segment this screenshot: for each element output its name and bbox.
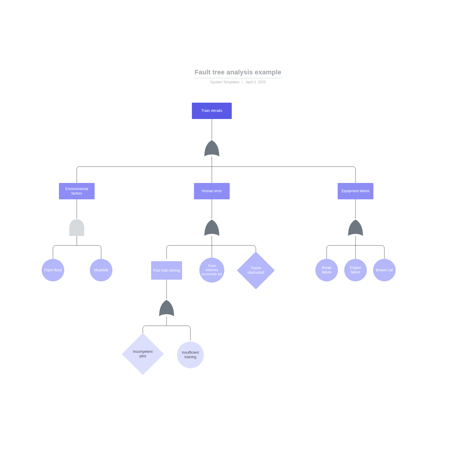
mudslide: Mudslide: [90, 259, 112, 281]
tracks-obstructed-label: Tracks obstructed: [245, 266, 267, 275]
or-gate-driving: [159, 299, 175, 320]
incompetent-pilot-label: Incompetent pilot: [131, 350, 155, 358]
mudslide-label: Mudslide: [94, 268, 108, 273]
equipment-failure: Equipment failure: [338, 183, 373, 199]
top-event: Train derails: [192, 103, 232, 119]
break-failure-label: Break failure: [317, 266, 336, 275]
human-error: Human error: [194, 183, 230, 199]
and-gate-environment: [69, 219, 85, 239]
human-error-label: Human error: [202, 189, 222, 193]
or-gate-top: [204, 139, 220, 160]
broken-rail-label: Broken rail: [376, 268, 393, 273]
track-switches: Track switches incorrectly set: [199, 258, 224, 283]
diagram-canvas: Fault tree analysis example System Templ…: [0, 0, 476, 476]
equipment-failure-label: Equipment failure: [342, 189, 369, 193]
incompetent-pilot: Incompetent pilot: [128, 339, 158, 369]
insufficient-training: Insufficient training: [177, 342, 204, 368]
engine-failure: Engine failure: [344, 259, 367, 281]
or-gate-human: [204, 219, 220, 239]
poor-train-driving-label: Poor train driving: [153, 268, 180, 273]
flash-flood: Flash flood: [42, 259, 64, 281]
broken-rail: Broken rail: [373, 259, 396, 281]
environmental-factors: Environmental factors: [59, 183, 95, 199]
track-switches-label: Track switches incorrectly set: [201, 264, 223, 276]
insufficient-training-label: Insufficient training: [179, 350, 202, 359]
tracks-obstructed: Tracks obstructed: [242, 257, 269, 284]
environmental-factors-label: Environmental factors: [61, 187, 93, 196]
top-event-label: Train derails: [201, 108, 222, 113]
flash-flood-label: Flash flood: [44, 268, 62, 273]
break-failure: Break failure: [315, 259, 338, 281]
or-gate-equipment: [347, 219, 364, 239]
engine-failure-label: Engine failure: [346, 266, 365, 275]
poor-train-driving: Poor train driving: [151, 261, 182, 280]
